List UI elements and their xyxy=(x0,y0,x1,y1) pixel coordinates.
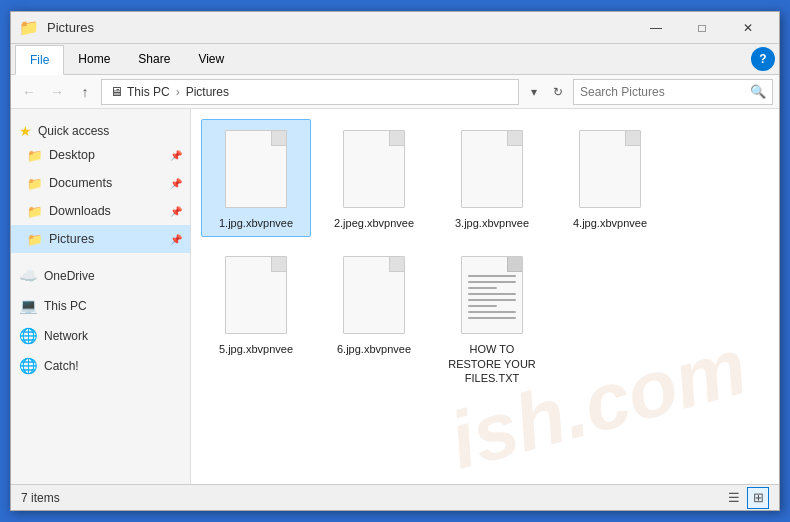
file-name: HOW TO RESTORE YOUR FILES.TXT xyxy=(442,342,542,385)
path-home-icon: 🖥 xyxy=(110,84,123,99)
ribbon-tabs: File Home Share View ? xyxy=(11,44,779,74)
sidebar: ★ Quick access 📁 Desktop 📌 📁 Documents 📌… xyxy=(11,109,191,484)
txt-line xyxy=(468,317,516,319)
file-item[interactable]: 2.jpeg.xbvpnvee xyxy=(319,119,429,237)
sidebar-item-documents[interactable]: 📁 Documents 📌 xyxy=(11,169,190,197)
explorer-window: 📁 Pictures — □ ✕ File Home Share View ? … xyxy=(10,11,780,511)
address-actions: ▾ ↻ xyxy=(523,81,569,103)
file-item[interactable]: 5.jpg.xbvpnvee xyxy=(201,245,311,392)
doc-page-icon xyxy=(461,130,523,208)
help-button[interactable]: ? xyxy=(751,47,775,71)
address-path[interactable]: 🖥 This PC › Pictures xyxy=(101,79,519,105)
file-icon xyxy=(338,126,410,212)
txt-line xyxy=(468,287,497,289)
sidebar-label-desktop: Desktop xyxy=(49,148,95,162)
search-box[interactable]: 🔍 xyxy=(573,79,773,105)
refresh-button[interactable]: ↻ xyxy=(547,81,569,103)
folder-icon: 📁 xyxy=(27,204,43,219)
file-icon xyxy=(338,252,410,338)
sidebar-item-thispc[interactable]: 💻 This PC xyxy=(11,291,190,317)
title-bar-icons: 📁 xyxy=(19,18,39,37)
quick-access-label: Quick access xyxy=(38,124,109,138)
txt-page-icon xyxy=(461,256,523,334)
file-name: 6.jpg.xbvpnvee xyxy=(337,342,411,356)
sidebar-item-downloads[interactable]: 📁 Downloads 📌 xyxy=(11,197,190,225)
status-bar: 7 items ☰ ⊞ xyxy=(11,484,779,510)
path-pictures: Pictures xyxy=(186,85,229,99)
tab-file[interactable]: File xyxy=(15,45,64,75)
cloud-icon: ☁️ xyxy=(19,267,38,285)
file-icon xyxy=(456,252,528,338)
file-item[interactable]: 3.jpg.xbvpnvee xyxy=(437,119,547,237)
sidebar-item-pictures[interactable]: 📁 Pictures 📌 xyxy=(11,225,190,253)
ribbon: File Home Share View ? xyxy=(11,44,779,75)
network-icon: 🌐 xyxy=(19,327,38,345)
grid-view-button[interactable]: ⊞ xyxy=(747,487,769,509)
thispc-label: This PC xyxy=(44,299,87,313)
sidebar-item-desktop[interactable]: 📁 Desktop 📌 xyxy=(11,141,190,169)
pin-icon-documents: 📌 xyxy=(170,178,182,189)
view-toggle: ☰ ⊞ xyxy=(723,487,769,509)
network-label: Network xyxy=(44,329,88,343)
tab-view[interactable]: View xyxy=(184,44,238,74)
folder-icon: 📁 xyxy=(27,148,43,163)
star-icon: ★ xyxy=(19,123,32,139)
txt-line xyxy=(468,311,516,313)
file-name: 4.jpg.xbvpnvee xyxy=(573,216,647,230)
forward-button[interactable]: → xyxy=(45,80,69,104)
file-area: ish.com 1.jpg.xbvpnvee 2.jpeg.xbvpnvee xyxy=(191,109,779,484)
txt-line xyxy=(468,299,516,301)
tab-home[interactable]: Home xyxy=(64,44,124,74)
file-name: 2.jpeg.xbvpnvee xyxy=(334,216,414,230)
dropdown-button[interactable]: ▾ xyxy=(523,81,545,103)
pin-icon-desktop: 📌 xyxy=(170,150,182,161)
file-icon xyxy=(574,126,646,212)
minimize-button[interactable]: — xyxy=(633,12,679,44)
window-title: Pictures xyxy=(47,20,633,35)
pin-icon-pictures: 📌 xyxy=(170,234,182,245)
back-button[interactable]: ← xyxy=(17,80,41,104)
txt-line xyxy=(468,293,516,295)
maximize-button[interactable]: □ xyxy=(679,12,725,44)
file-item[interactable]: 6.jpg.xbvpnvee xyxy=(319,245,429,392)
search-icon: 🔍 xyxy=(750,84,766,99)
doc-page-icon xyxy=(225,130,287,208)
tab-share[interactable]: Share xyxy=(124,44,184,74)
sidebar-label-downloads: Downloads xyxy=(49,204,111,218)
title-controls: — □ ✕ xyxy=(633,12,771,44)
doc-page-icon xyxy=(343,130,405,208)
search-input[interactable] xyxy=(580,85,746,99)
txt-line xyxy=(468,281,516,283)
file-name: 3.jpg.xbvpnvee xyxy=(455,216,529,230)
sidebar-section-quickaccess[interactable]: ★ Quick access xyxy=(11,117,190,141)
sidebar-label-documents: Documents xyxy=(49,176,112,190)
file-icon xyxy=(220,126,292,212)
sidebar-item-onedrive[interactable]: ☁️ OneDrive xyxy=(11,261,190,287)
file-icon xyxy=(456,126,528,212)
up-button[interactable]: ↑ xyxy=(73,80,97,104)
file-item[interactable]: 4.jpg.xbvpnvee xyxy=(555,119,665,237)
list-view-button[interactable]: ☰ xyxy=(723,487,745,509)
txt-line xyxy=(468,305,497,307)
title-bar: 📁 Pictures — □ ✕ xyxy=(11,12,779,44)
pc-icon: 💻 xyxy=(19,297,38,315)
doc-page-icon xyxy=(579,130,641,208)
file-item[interactable]: HOW TO RESTORE YOUR FILES.TXT xyxy=(437,245,547,392)
txt-line xyxy=(468,275,516,277)
sidebar-item-network[interactable]: 🌐 Network xyxy=(11,321,190,347)
catch-icon: 🌐 xyxy=(19,357,38,375)
doc-page-icon xyxy=(343,256,405,334)
address-bar: ← → ↑ 🖥 This PC › Pictures ▾ ↻ 🔍 xyxy=(11,75,779,109)
close-button[interactable]: ✕ xyxy=(725,12,771,44)
sidebar-label-pictures: Pictures xyxy=(49,232,94,246)
item-count: 7 items xyxy=(21,491,60,505)
path-thispc: This PC xyxy=(127,85,170,99)
onedrive-label: OneDrive xyxy=(44,269,95,283)
sidebar-item-catch[interactable]: 🌐 Catch! xyxy=(11,351,190,377)
file-item[interactable]: 1.jpg.xbvpnvee xyxy=(201,119,311,237)
files-grid: 1.jpg.xbvpnvee 2.jpeg.xbvpnvee 3.jpg.xbv… xyxy=(201,119,769,392)
window-icon: 📁 xyxy=(19,18,39,37)
doc-page-icon xyxy=(225,256,287,334)
catch-label: Catch! xyxy=(44,359,79,373)
main-content: ★ Quick access 📁 Desktop 📌 📁 Documents 📌… xyxy=(11,109,779,484)
